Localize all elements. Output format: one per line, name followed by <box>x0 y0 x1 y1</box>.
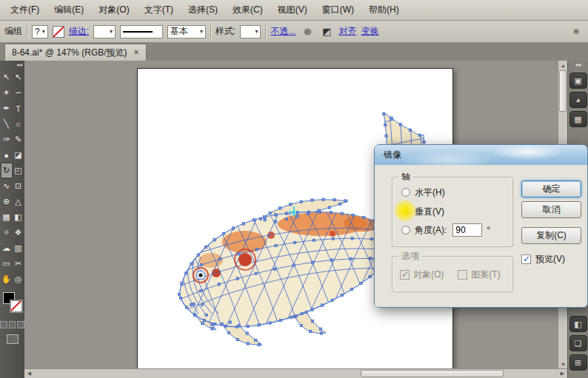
magic-wand-tool[interactable]: ✶ <box>1 85 13 101</box>
gradient-tool[interactable]: ◧ <box>13 209 24 225</box>
swatches-panel-icon[interactable]: ▦ <box>569 111 587 127</box>
menu-type[interactable]: 文字(T) <box>137 0 181 20</box>
angle-input[interactable] <box>452 223 482 237</box>
align-link[interactable]: 对齐 <box>338 25 356 38</box>
menu-select[interactable]: 选择(S) <box>181 0 225 20</box>
options-checkbox-row: 对象(O) 图案(T) <box>400 269 501 281</box>
layers-panel-icon[interactable]: ❏ <box>569 335 587 351</box>
hand-tool[interactable]: ✋ <box>1 271 13 287</box>
pen-tool[interactable]: ✒ <box>1 101 13 116</box>
brush-dropdown[interactable]: 基本▾ <box>167 25 206 38</box>
horizontal-radio[interactable] <box>401 188 410 197</box>
screen-mode-button[interactable] <box>7 334 19 344</box>
menu-file[interactable]: 文件(F) <box>3 0 47 20</box>
preview-checkbox-row[interactable]: 预览(V) <box>521 253 565 266</box>
column-graph-tool[interactable]: ▥ <box>13 240 24 256</box>
angle-radio[interactable] <box>401 226 410 234</box>
dialog-title-bar[interactable]: 镜像 <box>375 145 587 165</box>
gradient-panel-icon[interactable]: ◕ <box>569 92 587 108</box>
preview-checkbox[interactable] <box>521 254 531 264</box>
help-dropdown[interactable]: ?▾ <box>32 25 48 38</box>
menu-object[interactable]: 对象(O) <box>91 0 136 20</box>
navigator-panel-icon[interactable]: ⊞ <box>569 354 587 371</box>
horizontal-radio-label: 水平(H) <box>415 186 445 199</box>
dialog-title: 镜像 <box>384 149 401 160</box>
document-tab[interactable]: 8-64.ai* @ 147% (RGB/预览) × <box>4 44 147 61</box>
stroke-weight-dropdown[interactable]: ▾ <box>93 25 116 38</box>
appearance-panel-icon[interactable]: ◧ <box>569 316 587 332</box>
paintbrush-tool[interactable]: ✑ <box>1 132 13 147</box>
recolor-artwork-icon[interactable]: ⊛ <box>300 24 315 39</box>
collapse-arrows-icon[interactable]: ◂◂ <box>568 61 588 70</box>
slice-tool[interactable]: ✂ <box>13 256 24 271</box>
tools-panel: ◂◂ ↖↖✶∽✒T╲○✑✎●◪↻◰∿⊡⊕△▦◧✧❖☁▥▭✂✋◎ <box>0 61 24 378</box>
close-icon[interactable]: × <box>134 47 139 58</box>
stroke-color-swatch[interactable] <box>10 300 23 313</box>
mask-icon[interactable]: ◩ <box>319 24 334 39</box>
options-group-label: 选项 <box>398 251 422 261</box>
scroll-right-icon[interactable]: ▶ <box>558 369 567 378</box>
artboard-tool[interactable]: ▭ <box>1 256 13 271</box>
free-transform-tool[interactable]: ⊡ <box>13 178 24 194</box>
document-tab-bar: 8-64.ai* @ 147% (RGB/预览) × <box>0 43 588 61</box>
perspective-grid-tool[interactable]: △ <box>13 194 24 209</box>
symbol-sprayer-tool[interactable]: ☁ <box>1 240 13 256</box>
lasso-tool[interactable]: ∽ <box>13 85 24 101</box>
line-segment-tool[interactable]: ╲ <box>1 116 13 132</box>
menu-view[interactable]: 视图(V) <box>270 0 315 20</box>
tool-grid: ↖↖✶∽✒T╲○✑✎●◪↻◰∿⊡⊕△▦◧✧❖☁▥▭✂✋◎ <box>0 70 24 287</box>
menu-edit[interactable]: 编辑(E) <box>47 0 91 20</box>
draw-mode-buttons[interactable] <box>0 321 24 328</box>
scale-tool[interactable]: ◰ <box>13 163 24 178</box>
copy-button[interactable]: 复制(C) <box>521 227 581 244</box>
selection-tool[interactable]: ↖ <box>1 70 13 85</box>
transform-link[interactable]: 变换 <box>361 25 378 38</box>
style-dropdown[interactable]: ▾ <box>240 25 261 38</box>
pattern-checkbox[interactable] <box>458 270 467 280</box>
scroll-left-icon[interactable]: ◀ <box>24 369 34 378</box>
eraser-tool[interactable]: ◪ <box>13 147 24 163</box>
reflect-dialog: 镜像 轴 水平(H) 垂直(V) 角度(A): ° <box>374 144 588 308</box>
chevron-down-icon: ▾ <box>110 28 113 35</box>
menu-help[interactable]: 帮助(H) <box>361 0 407 20</box>
direct-selection-tool[interactable]: ↖ <box>13 70 24 85</box>
menu-window[interactable]: 窗口(W) <box>315 0 361 20</box>
horizontal-scrollbar[interactable]: ◀ ▶ <box>24 368 567 378</box>
document-title: 8-64.ai* @ 147% (RGB/预览) <box>12 47 127 59</box>
panel-menu-icon[interactable]: ≡ <box>569 24 584 39</box>
chevron-down-icon: ▾ <box>42 28 45 35</box>
ellipse-tool[interactable]: ○ <box>13 116 24 132</box>
vertical-radio-row[interactable]: 垂直(V) <box>401 206 444 217</box>
panel-icons-top: ▣◕▦ <box>568 70 588 127</box>
cancel-button[interactable]: 取消 <box>521 201 581 218</box>
variable-width-dropdown[interactable] <box>120 25 163 38</box>
angle-radio-label: 角度(A): <box>415 224 447 237</box>
angle-radio-row[interactable]: 角度(A): ° <box>401 224 490 236</box>
menu-effect[interactable]: 效果(C) <box>225 0 270 20</box>
color-panel-icon[interactable]: ▣ <box>569 72 587 89</box>
fill-stroke-widget[interactable] <box>0 291 24 318</box>
zoom-tool[interactable]: ◎ <box>13 271 24 287</box>
object-checkbox[interactable] <box>400 270 410 280</box>
fill-none-swatch[interactable] <box>53 26 64 38</box>
width-tool[interactable]: ∿ <box>1 178 13 194</box>
dialog-body: 轴 水平(H) 垂直(V) 角度(A): ° 选项 <box>375 165 587 307</box>
blob-brush-tool[interactable]: ● <box>1 147 13 163</box>
rotate-tool[interactable]: ↻ <box>1 163 13 178</box>
stroke-link[interactable]: 描边: <box>69 25 89 38</box>
separator <box>265 24 266 39</box>
eyedropper-tool[interactable]: ✧ <box>1 225 13 240</box>
collapse-arrows-icon[interactable]: ◂◂ <box>0 61 24 70</box>
panel-icons-bottom: ◧❏⊞ <box>568 313 588 371</box>
vertical-radio[interactable] <box>401 207 410 216</box>
shape-builder-tool[interactable]: ⊕ <box>1 194 13 209</box>
vertical-scroll-thumb[interactable] <box>559 70 567 112</box>
type-tool[interactable]: T <box>13 101 24 116</box>
horizontal-scroll-thumb[interactable] <box>361 370 504 377</box>
ok-button[interactable]: 确定 <box>521 180 581 198</box>
blend-tool[interactable]: ❖ <box>13 225 24 240</box>
pencil-tool[interactable]: ✎ <box>13 132 24 147</box>
mesh-tool[interactable]: ▦ <box>1 209 13 225</box>
opacity-link[interactable]: 不透... <box>270 25 295 38</box>
horizontal-radio-row[interactable]: 水平(H) <box>401 186 445 198</box>
